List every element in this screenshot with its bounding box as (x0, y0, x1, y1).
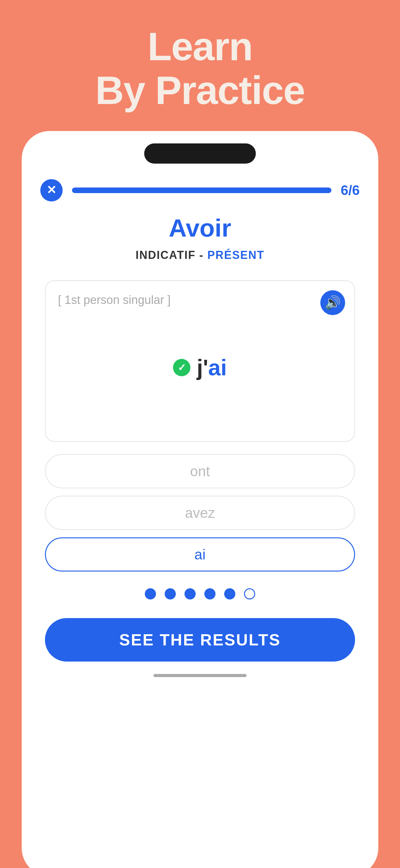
audio-button[interactable]: 🔊 (320, 290, 345, 315)
verb-title: Avoir (169, 214, 231, 243)
option-ont-text: ont (190, 463, 210, 479)
checkmark: ✓ (178, 362, 186, 373)
answer-display: j'ai (197, 355, 227, 380)
option-ai[interactable]: ai (45, 537, 355, 571)
verb-subtitle: INDICATIF - PRÉSENT (135, 249, 264, 262)
progress-bar (72, 187, 331, 193)
progress-bar-fill (72, 187, 331, 193)
option-avez-text: avez (185, 504, 215, 521)
progress-count: 6/6 (341, 183, 360, 198)
option-ont[interactable]: ont (45, 454, 355, 488)
dot-1 (145, 588, 156, 599)
dot-4 (204, 588, 215, 599)
dot-3 (185, 588, 196, 599)
correct-check-icon: ✓ (173, 359, 190, 376)
header-title: Learn By Practice (95, 25, 304, 113)
verb-tense: PRÉSENT (207, 249, 265, 261)
phone-frame: ✕ 6/6 Avoir INDICATIF - PRÉSENT [ 1st pe… (22, 131, 378, 868)
dot-6 (244, 588, 255, 599)
option-avez[interactable]: avez (45, 496, 355, 530)
answer-box: [ 1st person singular ] 🔊 ✓ j'ai (45, 280, 355, 442)
dot-2 (165, 588, 176, 599)
progress-dots (145, 588, 255, 599)
progress-row: ✕ 6/6 (22, 179, 378, 202)
dot-5 (224, 588, 235, 599)
answer-result: ✓ j'ai (173, 355, 227, 380)
audio-icon: 🔊 (325, 295, 341, 310)
answer-placeholder: [ 1st person singular ] (58, 293, 342, 307)
see-results-label: SEE THE RESULTS (120, 630, 281, 649)
see-results-button[interactable]: SEE THE RESULTS (45, 618, 355, 661)
close-button[interactable]: ✕ (40, 179, 63, 202)
home-indicator (154, 674, 246, 677)
phone-notch (144, 144, 256, 164)
option-ai-text: ai (194, 546, 206, 563)
answer-suffix: ai (208, 355, 227, 380)
